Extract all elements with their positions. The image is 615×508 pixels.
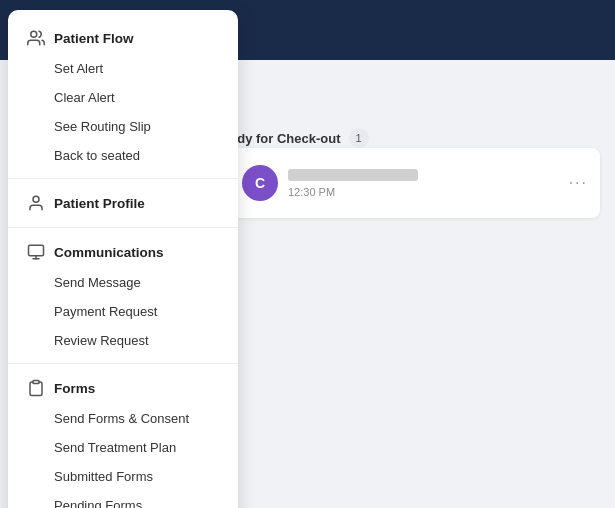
chat-icon	[26, 242, 46, 262]
context-menu: Patient Flow Set Alert Clear Alert See R…	[8, 10, 238, 508]
patient-more-icon[interactable]: ···	[569, 174, 588, 192]
patient-card: C 12:30 PM ···	[230, 148, 600, 218]
patient-info: 12:30 PM	[288, 169, 559, 198]
menu-item-review-request[interactable]: Review Request	[8, 326, 238, 355]
menu-item-send-message[interactable]: Send Message	[8, 268, 238, 297]
svg-rect-5	[33, 381, 39, 384]
avatar: C	[242, 165, 278, 201]
checkout-label: ady for Check-out	[230, 131, 341, 146]
svg-rect-2	[29, 245, 44, 256]
menu-section-patient-profile[interactable]: Patient Profile	[8, 187, 238, 219]
menu-item-send-treatment-plan[interactable]: Send Treatment Plan	[8, 433, 238, 462]
clipboard-icon	[26, 378, 46, 398]
menu-item-clear-alert[interactable]: Clear Alert	[8, 83, 238, 112]
checkout-badge: 1	[349, 128, 369, 148]
menu-section-communications: Communications	[8, 236, 238, 268]
patient-flow-label: Patient Flow	[54, 31, 134, 46]
patient-profile-label: Patient Profile	[54, 196, 145, 211]
svg-point-0	[31, 31, 37, 37]
patient-time: 12:30 PM	[288, 186, 559, 198]
menu-item-set-alert[interactable]: Set Alert	[8, 54, 238, 83]
divider-3	[8, 363, 238, 364]
people-icon	[26, 28, 46, 48]
menu-section-forms: Forms	[8, 372, 238, 404]
menu-item-submitted-forms[interactable]: Submitted Forms	[8, 462, 238, 491]
menu-item-pending-forms[interactable]: Pending Forms	[8, 491, 238, 508]
communications-label: Communications	[54, 245, 164, 260]
menu-item-back-to-seated[interactable]: Back to seated	[8, 141, 238, 170]
menu-item-payment-request[interactable]: Payment Request	[8, 297, 238, 326]
menu-item-send-forms-consent[interactable]: Send Forms & Consent	[8, 404, 238, 433]
menu-item-see-routing-slip[interactable]: See Routing Slip	[8, 112, 238, 141]
patient-name-blur	[288, 169, 418, 181]
menu-section-patient-flow: Patient Flow	[8, 22, 238, 54]
person-icon	[26, 193, 46, 213]
svg-point-1	[33, 196, 39, 202]
forms-label: Forms	[54, 381, 95, 396]
divider-2	[8, 227, 238, 228]
divider-1	[8, 178, 238, 179]
